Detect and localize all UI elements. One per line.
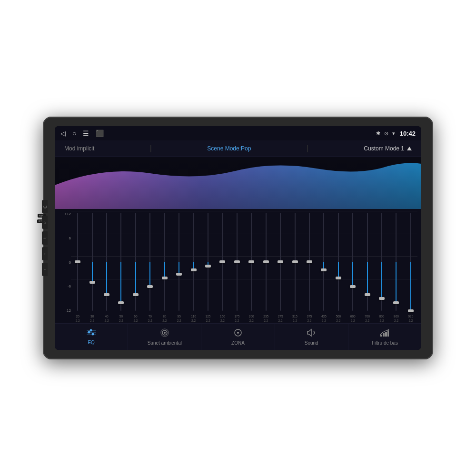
q-label-70: 2.2: [148, 319, 152, 323]
slider-track-175: [237, 213, 238, 311]
fc-label-315: 315: [292, 315, 298, 318]
slider-col-150[interactable]: [216, 212, 229, 312]
slider-thumb-315[interactable]: [292, 260, 298, 263]
sound-label: Sound: [305, 340, 318, 346]
scene-mode[interactable]: Scene Mode:Pop: [207, 145, 251, 152]
slider-col-315[interactable]: [288, 212, 301, 312]
slider-thumb-150[interactable]: [219, 260, 225, 263]
freq-label-col-110: 1102.2: [187, 313, 200, 323]
slider-thumb-800[interactable]: [379, 297, 385, 300]
fc-label-920: 920: [408, 315, 413, 318]
slider-fill-30: [92, 262, 93, 282]
nav-item-filtru[interactable]: Filtru de bas: [348, 324, 421, 350]
slider-col-600[interactable]: [346, 212, 359, 312]
slider-thumb-920[interactable]: [408, 309, 414, 312]
slider-thumb-95[interactable]: [176, 273, 182, 276]
slider-thumb-435[interactable]: [321, 268, 327, 271]
slider-thumb-70[interactable]: [147, 285, 153, 288]
scale-6: 6: [59, 236, 71, 240]
freq-label-col-600: 6002.2: [346, 313, 359, 323]
slider-thumb-30[interactable]: [89, 281, 95, 284]
slider-track-125: [208, 213, 208, 311]
slider-thumb-110[interactable]: [191, 268, 197, 271]
slider-col-235[interactable]: [259, 212, 272, 312]
freq-label-col-235: 2352.2: [259, 313, 272, 323]
slider-col-175[interactable]: [230, 212, 244, 312]
power-button[interactable]: ⏻: [42, 200, 48, 213]
slider-thumb-500[interactable]: [336, 277, 341, 279]
filtru-label: Filtru de bas: [372, 340, 398, 346]
slider-thumb-80[interactable]: [162, 277, 168, 279]
vol-up-button[interactable]: +: [42, 247, 48, 260]
q-label-235: 2.2: [264, 319, 268, 323]
nav-item-sunet[interactable]: Sunet ambiental: [128, 324, 201, 350]
recent-nav-icon[interactable]: ⬛: [96, 129, 104, 137]
fc-label-200: 200: [249, 315, 254, 318]
svg-point-9: [164, 332, 166, 334]
vol-down-button[interactable]: −: [42, 263, 48, 276]
slider-thumb-175[interactable]: [234, 260, 240, 263]
slider-thumb-860[interactable]: [393, 301, 399, 304]
slider-col-375[interactable]: [303, 212, 316, 312]
slider-col-435[interactable]: [317, 212, 330, 312]
q-label-920: 2.2: [408, 319, 413, 323]
fc-label-20: 20: [76, 315, 79, 318]
home-nav-icon[interactable]: ○: [72, 129, 76, 137]
slider-col-125[interactable]: [201, 212, 215, 312]
nav-icons: ◁ ○ ☰ ⬛: [60, 129, 104, 137]
slider-thumb-375[interactable]: [307, 260, 312, 263]
slider-col-200[interactable]: [245, 212, 258, 312]
custom-mode[interactable]: Custom Mode 1: [364, 145, 412, 152]
back-button[interactable]: ↩: [42, 231, 48, 245]
slider-thumb-235[interactable]: [263, 260, 269, 263]
slider-thumb-700[interactable]: [365, 293, 370, 296]
slider-fill-60: [135, 262, 136, 295]
slider-thumb-40[interactable]: [104, 293, 109, 296]
nav-item-sound[interactable]: Sound: [275, 324, 348, 350]
slider-col-30[interactable]: [85, 212, 99, 312]
status-bar: ◁ ○ ☰ ⬛ ✱ ⊙ ▾ 10:42: [55, 126, 421, 140]
slider-col-95[interactable]: [172, 212, 186, 312]
q-label-150: 2.2: [220, 319, 225, 323]
wifi-icon: ▾: [392, 130, 395, 137]
mode-bar: Mod implicit | Scene Mode:Pop | Custom M…: [55, 140, 421, 157]
slider-col-50[interactable]: [114, 212, 128, 312]
slider-col-60[interactable]: [129, 212, 142, 312]
slider-col-700[interactable]: [360, 212, 374, 312]
fc-label-860: 860: [394, 315, 399, 318]
fc-label-600: 600: [350, 315, 356, 318]
slider-col-860[interactable]: [389, 212, 403, 312]
slider-col-20[interactable]: [71, 212, 84, 312]
slider-fill-500: [338, 262, 339, 278]
slider-thumb-50[interactable]: [118, 301, 124, 304]
slider-thumb-125[interactable]: [205, 265, 211, 268]
grid-line: [71, 211, 417, 211]
freq-label-col-125: 1252.2: [201, 313, 215, 323]
freq-label-col-800: 8002.2: [375, 313, 388, 323]
slider-col-920[interactable]: [404, 212, 417, 312]
slider-track-315: [295, 213, 296, 311]
slider-col-70[interactable]: [143, 212, 157, 312]
q-label-125: 2.2: [206, 319, 210, 323]
menu-nav-icon[interactable]: ☰: [83, 129, 89, 137]
slider-thumb-60[interactable]: [133, 293, 139, 296]
slider-thumb-275[interactable]: [278, 260, 283, 263]
slider-thumb-600[interactable]: [350, 285, 356, 288]
slider-col-800[interactable]: [375, 212, 388, 312]
slider-thumb-200[interactable]: [248, 260, 254, 263]
nav-item-eq[interactable]: EQ: [55, 324, 128, 350]
home-button[interactable]: ⌂: [42, 216, 48, 229]
back-nav-icon[interactable]: ◁: [60, 129, 66, 137]
q-label-50: 2.2: [119, 319, 123, 323]
slider-col-40[interactable]: [100, 212, 113, 312]
slider-col-110[interactable]: [187, 212, 200, 312]
slider-col-80[interactable]: [158, 212, 171, 312]
slider-fill-40: [106, 262, 107, 295]
slider-col-500[interactable]: [332, 212, 345, 312]
mode-implicit[interactable]: Mod implicit: [64, 145, 94, 152]
slider-col-275[interactable]: [274, 212, 287, 312]
sunet-icon: [159, 328, 170, 339]
slider-track-150: [222, 213, 223, 311]
nav-item-zona[interactable]: ZONA: [201, 324, 275, 350]
slider-thumb-20[interactable]: [75, 260, 80, 263]
